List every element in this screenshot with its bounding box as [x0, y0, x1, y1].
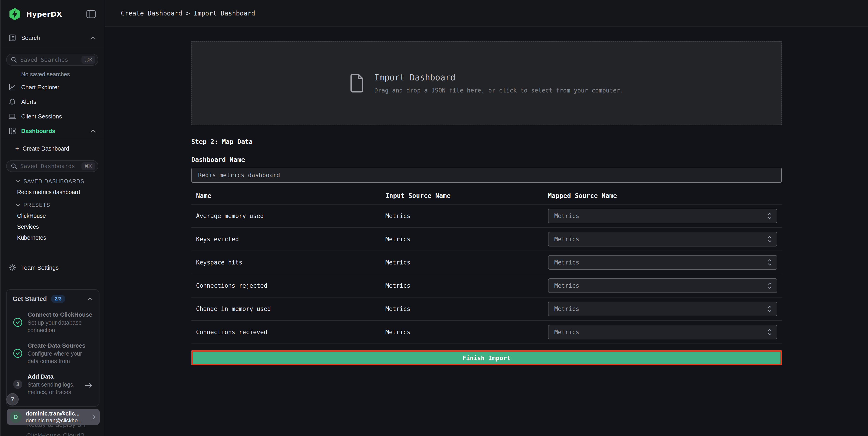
column-header-input-source: Input Source Name: [385, 192, 548, 200]
chevron-down-icon: [16, 204, 20, 207]
column-header-mapped-source: Mapped Source Name: [548, 192, 782, 200]
search-icon: [11, 163, 17, 169]
table-row: Change in memory used Metrics Metrics: [191, 297, 782, 321]
get-started-step-add-data[interactable]: 3 Add Data Start sending logs, metrics, …: [12, 373, 93, 396]
app-title: HyperDX: [26, 10, 62, 18]
step-subtitle: Start sending logs, metrics, or traces: [28, 381, 93, 396]
bell-icon: [8, 98, 16, 106]
sidebar-item-alerts[interactable]: Alerts: [1, 94, 104, 109]
selected-value: Metrics: [554, 236, 768, 242]
table-row: Average memory used Metrics Metrics: [191, 205, 782, 228]
group-label-text: SAVED DASHBOARDS: [24, 178, 85, 184]
layout-grid-icon: [8, 127, 16, 135]
presets-group-toggle[interactable]: PRESETS: [1, 200, 104, 210]
divider: [1, 139, 104, 139]
arrow-right-icon: [85, 383, 93, 388]
column-header-name: Name: [191, 192, 385, 200]
create-dashboard-button[interactable]: + Create Dashboard: [1, 142, 104, 155]
user-menu[interactable]: D dominic.tran@clic... dominic.tran@clic…: [7, 409, 100, 425]
select-chevrons-icon: [768, 282, 772, 289]
sidebar-item-label: Search: [21, 34, 40, 41]
chevron-right-icon: [92, 414, 96, 420]
dashboard-link-label: Redis metrics dashboard: [17, 189, 80, 196]
sidebar-item-label: Team Settings: [21, 264, 59, 271]
table-row: Keys evicted Metrics Metrics: [191, 228, 782, 251]
sidebar-item-client-sessions[interactable]: Client Sessions: [1, 109, 104, 124]
source-mapping-table: Name Input Source Name Mapped Source Nam…: [191, 187, 782, 344]
mapped-source-select[interactable]: Metrics: [548, 301, 777, 316]
input-source-name: Metrics: [385, 212, 548, 220]
import-dashboard-content: Import Dashboard Drag and drop a JSON fi…: [191, 41, 782, 366]
sidebar-item-services-preset[interactable]: Services: [1, 221, 104, 232]
step-subtitle: Set up your database connection: [28, 319, 93, 334]
get-started-panel: Get Started 2/3 Connect to ClickHouse Se…: [6, 289, 99, 407]
sidebar-item-label: Alerts: [21, 98, 36, 106]
step-title: Connect to ClickHouse: [28, 311, 93, 318]
selected-value: Metrics: [554, 282, 768, 289]
chevron-up-icon[interactable]: [87, 297, 93, 301]
input-source-name: Metrics: [385, 282, 548, 289]
search-icon: [11, 57, 17, 63]
sidebar-item-search[interactable]: Search: [1, 31, 104, 45]
sidebar-item-team-settings[interactable]: Team Settings: [1, 260, 104, 275]
saved-dashboards-input[interactable]: Saved Dashboards ⌘K: [6, 160, 98, 172]
breadcrumb[interactable]: Create Dashboard > Import Dashboard: [121, 9, 255, 17]
dropzone-title: Import Dashboard: [374, 73, 624, 83]
table-header-row: Name Input Source Name Mapped Source Nam…: [191, 187, 782, 205]
selected-value: Metrics: [554, 212, 768, 220]
table-row: Connections recieved Metrics Metrics: [191, 321, 782, 344]
dropzone-subtitle: Drag and drop a JSON file here, or click…: [374, 87, 624, 94]
no-saved-searches-text: No saved searches: [21, 71, 104, 78]
sidebar: HyperDX Search Saved Searches ⌘K No save…: [0, 0, 104, 436]
get-started-step-sources[interactable]: Create Data Sources Configure where your…: [12, 342, 93, 365]
shortcut-badge: ⌘K: [82, 162, 95, 170]
step-subtitle: Configure where your data comes from: [28, 350, 93, 365]
sidebar-item-chart-explorer[interactable]: Chart Explorer: [1, 80, 104, 94]
group-label-text: PRESETS: [24, 202, 50, 208]
sidebar-item-dashboards[interactable]: Dashboards: [1, 124, 104, 138]
sidebar-item-kubernetes-preset[interactable]: Kubernetes: [1, 232, 104, 243]
get-started-step-connect[interactable]: Connect to ClickHouse Set up your databa…: [12, 311, 93, 334]
sidebar-item-redis-dashboard[interactable]: Redis metrics dashboard: [1, 186, 104, 198]
main-area: Create Dashboard > Import Dashboard Impo…: [105, 0, 868, 436]
table-row: Connections rejected Metrics Metrics: [191, 274, 782, 297]
mapped-source-select[interactable]: Metrics: [548, 325, 777, 340]
divider: [1, 48, 104, 48]
metric-name: Connections rejected: [191, 282, 385, 289]
mapped-source-select[interactable]: Metrics: [548, 279, 777, 293]
dashboard-name-label: Dashboard Name: [191, 156, 782, 164]
preset-link-label: ClickHouse: [17, 212, 46, 219]
avatar: D: [10, 411, 22, 423]
plus-icon: +: [15, 145, 19, 152]
hyperdx-logo-icon: [8, 8, 21, 21]
metric-name: Change in memory used: [191, 306, 385, 312]
laptop-icon: [8, 113, 16, 120]
step-2-label: Step 2: Map Data: [191, 138, 782, 146]
metric-name: Keys evicted: [191, 236, 385, 242]
selected-value: Metrics: [554, 259, 768, 266]
step-title: Create Data Sources: [28, 342, 93, 349]
select-chevrons-icon: [768, 259, 772, 266]
sidebar-item-label: Client Sessions: [21, 113, 62, 120]
metric-name: Average memory used: [191, 212, 385, 220]
saved-searches-placeholder: Saved Searches: [20, 57, 78, 63]
mapped-source-select[interactable]: Metrics: [548, 232, 777, 246]
saved-dashboards-placeholder: Saved Dashboards: [20, 163, 78, 170]
finish-import-button[interactable]: Finish Import: [191, 350, 782, 366]
input-source-name: Metrics: [385, 329, 548, 336]
json-file-dropzone[interactable]: Import Dashboard Drag and drop a JSON fi…: [191, 41, 782, 125]
help-button[interactable]: ?: [6, 393, 19, 405]
mapped-source-select[interactable]: Metrics: [548, 209, 777, 223]
journal-icon: [8, 34, 16, 42]
mapped-source-select[interactable]: Metrics: [548, 255, 777, 270]
saved-searches-input[interactable]: Saved Searches ⌘K: [6, 54, 98, 66]
sidebar-item-clickhouse-preset[interactable]: ClickHouse: [1, 210, 104, 221]
chevron-up-icon[interactable]: [90, 129, 96, 133]
chevron-up-icon[interactable]: [90, 36, 96, 40]
saved-dashboards-group-toggle[interactable]: SAVED DASHBOARDS: [1, 176, 104, 186]
user-email: dominic.tran@clickho...: [26, 417, 88, 424]
dashboard-name-input[interactable]: [191, 168, 782, 183]
user-name: dominic.tran@clic...: [26, 410, 88, 417]
sidebar-collapse-icon[interactable]: [86, 10, 96, 19]
select-chevrons-icon: [768, 328, 772, 336]
